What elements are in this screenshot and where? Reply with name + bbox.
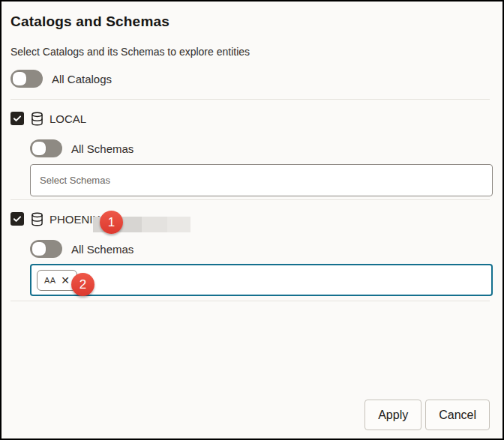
schema-chip-label: AA (44, 276, 56, 285)
apply-button[interactable]: Apply (364, 400, 422, 430)
database-icon (29, 211, 45, 227)
database-icon (29, 111, 45, 127)
all-catalogs-label: All Catalogs (52, 73, 112, 85)
catalog-row-local: LOCAL (10, 109, 502, 127)
catalog-checkbox-local[interactable] (10, 112, 24, 125)
catalog-row-phoenix: PHOENIX (10, 210, 502, 228)
checkmark-icon (12, 214, 22, 224)
catalog-checkbox-phoenix[interactable] (10, 212, 24, 226)
divider (10, 99, 490, 100)
cancel-button[interactable]: Cancel (425, 400, 490, 430)
annotation-badge-1: 1 (100, 211, 123, 234)
toggle-knob (13, 72, 26, 85)
page-title: Catalogs and Schemas (10, 13, 490, 30)
all-catalogs-toggle[interactable] (10, 70, 43, 88)
select-schemas-input-local[interactable] (30, 164, 493, 196)
all-schemas-row-local: All Schemas (30, 139, 502, 157)
dialog-footer: Apply Cancel (364, 400, 490, 430)
all-schemas-toggle-local[interactable] (30, 139, 62, 157)
divider (10, 301, 490, 301)
catalogs-schemas-dialog: Catalogs and Schemas Select Catalogs and… (0, 0, 504, 440)
toggle-knob (32, 242, 46, 256)
all-schemas-label-phoenix: All Schemas (71, 243, 134, 256)
all-schemas-row-phoenix: All Schemas (30, 240, 502, 258)
divider (10, 199, 490, 200)
all-schemas-toggle-phoenix[interactable] (30, 240, 62, 258)
select-schemas-input-phoenix[interactable]: AA ✕ (30, 264, 493, 296)
catalog-name-local: LOCAL (50, 112, 86, 125)
toggle-knob (32, 142, 46, 155)
all-schemas-label-local: All Schemas (71, 142, 134, 155)
annotation-badge-2: 2 (71, 273, 94, 296)
all-catalogs-row: All Catalogs (10, 70, 502, 88)
checkmark-icon (12, 113, 22, 124)
close-icon[interactable]: ✕ (61, 275, 70, 286)
dialog-subtitle: Select Catalogs and its Schemas to explo… (10, 46, 490, 58)
